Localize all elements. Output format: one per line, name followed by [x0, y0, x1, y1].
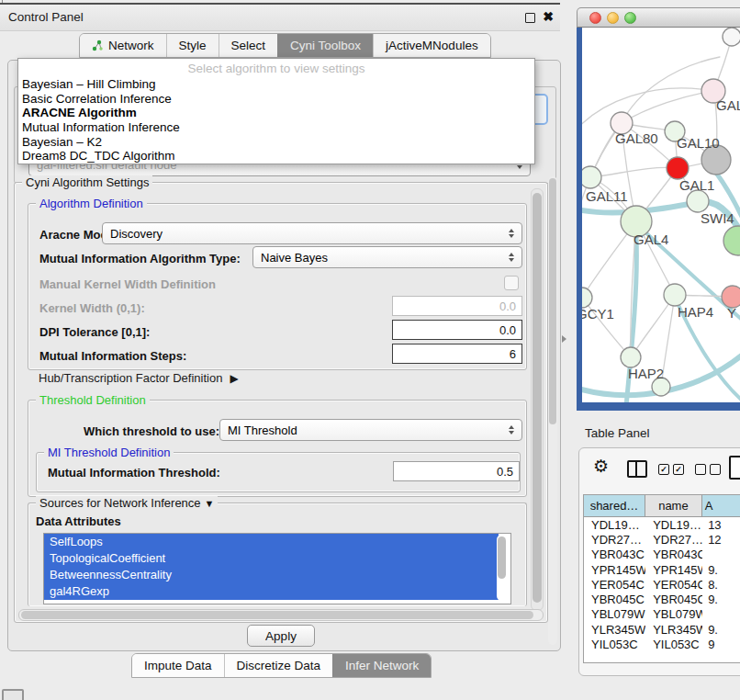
document-icon[interactable] [729, 456, 740, 480]
attribute-item-selfloops[interactable]: SelfLoops [44, 534, 499, 550]
tab-label: Impute Data [144, 659, 212, 672]
network-node[interactable] [723, 28, 740, 46]
tab-style[interactable]: Style [166, 34, 219, 57]
table-row[interactable]: YBR045CYBR045C9. [584, 592, 740, 606]
tab-cyni-toolbox[interactable]: Cyni Toolbox [277, 34, 373, 57]
network-canvas[interactable]: GALGAL80GAL10GAL1GAL11SWI4GAL4GCY1HAP4YH… [577, 28, 740, 411]
table-cell: YER054C [584, 578, 645, 592]
dropdown-item-dream8-dc-tdc-algorithm[interactable]: Dream8 DC_TDC Algorithm [18, 149, 534, 164]
settings-horizontal-scrollbar-thumb[interactable] [21, 611, 533, 619]
mi-threshold-input[interactable]: 0.5 [393, 461, 520, 481]
settings-vertical-scrollbar[interactable] [531, 188, 544, 611]
threshold-definition-title: Threshold Definition [36, 393, 150, 407]
dropdown-item-bayesian-k2[interactable]: Bayesian – K2 [18, 135, 534, 150]
tab-label: Network [108, 39, 154, 52]
attributes-scrollbar[interactable] [497, 535, 507, 601]
panel-splitter-arrow-icon[interactable] [562, 335, 566, 343]
dropdown-item-mutual-information-inference[interactable]: Mutual Information Inference [18, 120, 534, 135]
table-panel-title: Table Panel [585, 426, 650, 440]
node-label-gal11: GAL11 [586, 188, 628, 204]
column-header-a[interactable]: A [702, 495, 740, 516]
tab-infer-network[interactable]: Infer Network [332, 654, 431, 677]
unchecked-checkbox-icon[interactable] [710, 464, 721, 475]
control-panel-tabs: NetworkStyleSelectCyni ToolboxjActiveMNo… [79, 33, 491, 58]
network-node-swi4[interactable] [687, 190, 709, 212]
tab-impute-data[interactable]: Impute Data [132, 654, 224, 677]
dropdown-item-basic-correlation-inference[interactable]: Basic Correlation Inference [18, 92, 534, 107]
checked-checkbox-icon[interactable]: ✓ [658, 464, 669, 475]
panel-scrollbar-thumb[interactable] [549, 178, 556, 424]
table-cell: YIL053C [584, 638, 645, 651]
table-row[interactable]: YIL053CYIL053C9 [584, 637, 740, 651]
tab-select[interactable]: Select [219, 34, 278, 57]
node-label-hap2: HAP2 [628, 366, 664, 381]
dropdown-item-aracne-algorithm[interactable]: ARACNE Algorithm [18, 106, 534, 120]
network-node-hap2[interactable] [621, 347, 641, 367]
mi-algorithm-type-select[interactable]: Naive Bayes [252, 246, 522, 268]
threshold-definition-group: Threshold Definition Which threshold to … [28, 400, 527, 497]
network-node-gal11[interactable] [582, 166, 601, 188]
kernel-width-input[interactable]: 0.0 [392, 296, 522, 316]
manual-kernel-checkbox[interactable] [504, 276, 519, 290]
close-icon[interactable]: ✖ [543, 9, 554, 24]
cyni-toolbox-panel: gal-filtered.sif default node Select alg… [7, 60, 561, 651]
settings-group-title: Cyni Algorithm Settings [22, 175, 152, 189]
minimize-traffic-light[interactable] [607, 12, 619, 24]
apply-button[interactable]: Apply [247, 625, 315, 647]
settings-horizontal-scrollbar[interactable] [18, 609, 544, 621]
tab-discretize-data[interactable]: Discretize Data [224, 654, 333, 677]
table-row[interactable]: YBL079WYBL079W [584, 607, 740, 622]
network-node[interactable] [723, 226, 740, 255]
attributes-scrollbar-thumb[interactable] [498, 536, 506, 579]
table-row[interactable]: YLR345WYLR345W9. [584, 622, 740, 637]
which-threshold-select[interactable]: MI Threshold [219, 419, 522, 441]
table-cell: YDL19… [645, 518, 702, 532]
expand-right-icon: ▶ [230, 372, 238, 385]
close-traffic-light[interactable] [589, 12, 601, 24]
settings-vertical-scrollbar-thumb[interactable] [533, 193, 542, 603]
node-label-hap4: HAP4 [678, 304, 713, 320]
checked-checkbox-icon[interactable]: ✓ [673, 464, 684, 475]
attribute-item-topologicalcoefficient[interactable]: TopologicalCoefficient [44, 550, 499, 567]
float-window-icon[interactable] [525, 13, 535, 23]
network-graph[interactable]: GALGAL80GAL10GAL1GAL11SWI4GAL4GCY1HAP4YH… [582, 28, 740, 402]
gear-icon[interactable]: ⚙ [593, 456, 609, 476]
network-node-gal1[interactable] [667, 157, 689, 179]
dropdown-item-bayesian-hill-climbing[interactable]: Bayesian – Hill Climbing [18, 77, 534, 92]
node-label-swi4: SWI4 [701, 210, 734, 226]
table-row[interactable]: YER054CYER054C8. [584, 577, 740, 592]
tab-jactivemnodules[interactable]: jActiveMNodules [373, 34, 490, 57]
dock-mini-icon[interactable] [2, 689, 24, 700]
column-header-shared-[interactable]: shared… [584, 495, 645, 516]
table-row[interactable]: YPR145WYPR145W9. [584, 562, 740, 577]
mi-type-value: Naive Bayes [261, 251, 503, 265]
network-node-hap4[interactable] [664, 284, 686, 306]
network-node-gcy1[interactable] [582, 288, 592, 308]
mi-threshold-group-title: MI Threshold Definition [44, 446, 174, 459]
split-columns-icon[interactable] [627, 460, 647, 478]
hub-definition-toggle[interactable]: Hub/Transcription Factor Definition▶ [39, 371, 239, 385]
table-cell: YDR27… [645, 533, 702, 547]
network-window-titlebar[interactable] [577, 7, 740, 28]
zoom-traffic-light[interactable] [624, 12, 636, 24]
tab-network[interactable]: Network [80, 34, 166, 57]
unchecked-checkbox-icon[interactable] [695, 464, 706, 475]
manual-kernel-label: Manual Kernel Width Definition [39, 277, 216, 291]
node-label-gal80: GAL80 [615, 130, 658, 146]
mi-threshold-label: Mutual Information Threshold: [48, 466, 220, 480]
aracne-mode-select[interactable]: Discovery [102, 222, 522, 244]
table-row[interactable]: YDR27…YDR27…12 [584, 532, 740, 547]
table-row[interactable]: YBR043CYBR043C [584, 548, 740, 562]
attribute-item-gal4rgexp[interactable]: gal4RGexp [44, 583, 499, 600]
table-row[interactable]: YDL19…YDL19…13 [584, 517, 740, 532]
panel-scrollbar[interactable] [548, 176, 557, 645]
table-cell: YDL19… [584, 518, 645, 532]
mi-steps-input[interactable]: 6 [392, 344, 522, 364]
panel-title: Control Panel [8, 5, 84, 30]
dpi-tolerance-input[interactable]: 0.0 [392, 320, 522, 340]
collapse-down-icon: ▼ [205, 498, 215, 509]
attribute-item-betweennesscentrality[interactable]: BetweennessCentrality [44, 567, 499, 583]
column-header-name[interactable]: name [645, 495, 702, 516]
dpi-tolerance-label: DPI Tolerance [0,1]: [39, 325, 150, 339]
algorithm-definition-group: Algorithm Definition Aracne Mode: Discov… [28, 203, 527, 370]
